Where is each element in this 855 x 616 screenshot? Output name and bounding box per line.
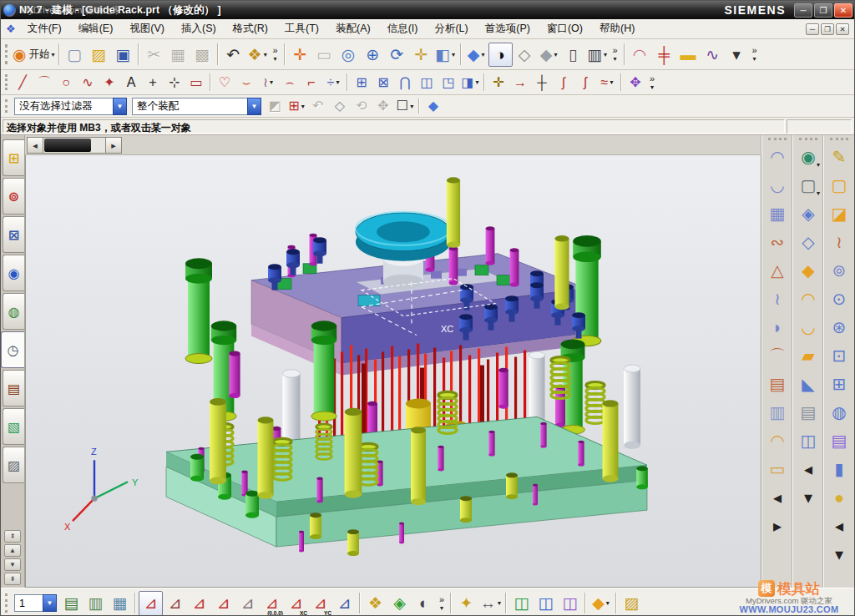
col-b-scroll-left-icon[interactable]: ◂ bbox=[795, 455, 822, 483]
show-hide-icon[interactable]: ◐ bbox=[412, 591, 436, 616]
sidebar-scroll-up-button[interactable]: ▲ bbox=[4, 544, 21, 557]
bridge-curve-icon[interactable]: ⌣ bbox=[235, 72, 257, 93]
synchronous-dropdown-icon[interactable]: ▾ bbox=[725, 43, 749, 67]
cross-curve-icon[interactable]: ┼ bbox=[531, 72, 553, 93]
edit-object-display-icon[interactable]: ◈ bbox=[387, 591, 412, 616]
trim-curve-icon[interactable]: ⌢ bbox=[279, 72, 301, 93]
datum-point-icon[interactable]: ✛ bbox=[488, 72, 509, 93]
selection-overflow-icon[interactable]: »▾ bbox=[436, 591, 448, 616]
menu-window[interactable]: 窗口(O) bbox=[539, 19, 591, 38]
datum-box-icon[interactable]: ▢ bbox=[826, 171, 852, 199]
wcs-save-icon[interactable]: ⊿ bbox=[332, 591, 357, 616]
zoom-loupe-icon[interactable]: ◎ bbox=[336, 43, 361, 67]
ruled-surface-icon[interactable]: ◠ bbox=[764, 143, 791, 171]
mold-insert-b-icon[interactable]: ◫ bbox=[534, 591, 558, 616]
block-feature-icon[interactable]: ◆ bbox=[795, 256, 822, 285]
paste-icon[interactable]: ▩ bbox=[190, 43, 215, 67]
rendering-style-icon[interactable]: ◑ bbox=[488, 43, 513, 67]
graphics-window[interactable]: XC Z Y X bbox=[25, 155, 761, 588]
sew-sheets-icon[interactable]: ▤ bbox=[826, 427, 852, 455]
extract-curve-icon[interactable]: ◳ bbox=[438, 72, 459, 93]
sketch-icon[interactable]: ✎ bbox=[826, 143, 852, 171]
properties-key-icon[interactable]: ✦ bbox=[454, 591, 478, 616]
sphere-feature-icon[interactable]: ● bbox=[826, 483, 852, 512]
isometric-orient-icon[interactable]: ◈ bbox=[795, 199, 822, 228]
sheet-flange-icon[interactable]: ◠ bbox=[795, 285, 822, 313]
web-browser-tab[interactable]: ◍ bbox=[3, 293, 24, 330]
col-a-scroll-right-icon[interactable]: ▸ bbox=[764, 512, 791, 540]
sheet-bend-icon[interactable]: ◡ bbox=[795, 313, 822, 341]
smooth-curve-icon[interactable]: ≈▾ bbox=[596, 72, 618, 93]
system-scenes-tab[interactable]: ▨ bbox=[3, 447, 24, 483]
work-layer-dropdown-icon[interactable]: ▼ bbox=[43, 594, 57, 612]
col-a-scroll-left-icon[interactable]: ◂ bbox=[764, 483, 791, 512]
orient-view-icon[interactable]: ◧▾ bbox=[433, 43, 458, 67]
bend-surface-icon[interactable]: ⌒ bbox=[764, 341, 791, 370]
menu-assemblies[interactable]: 装配(A) bbox=[327, 19, 379, 38]
project-curve-icon[interactable]: ⊞ bbox=[351, 72, 372, 93]
rotate-disabled-icon[interactable]: ⟲ bbox=[351, 96, 372, 116]
toolbar-drag-handle[interactable] bbox=[830, 138, 848, 142]
menu-analysis[interactable]: 分析(L) bbox=[426, 19, 476, 38]
pad-feature-icon[interactable]: ▰ bbox=[795, 341, 822, 370]
shaded-with-edges-icon[interactable]: ◆▾ bbox=[464, 43, 488, 67]
wcs-dynamics-icon[interactable]: ⊿ bbox=[139, 591, 163, 616]
wrap-curve-icon[interactable]: ◨▾ bbox=[459, 72, 481, 93]
rectangle-select-icon[interactable]: ☐▾ bbox=[394, 96, 416, 116]
scroll-right-icon[interactable]: ▸ bbox=[105, 137, 122, 154]
cylinder-feature-icon[interactable]: ▮ bbox=[826, 455, 852, 483]
sidebar-scroll-bottom-button[interactable]: ⇟ bbox=[4, 573, 21, 585]
move-object-icon[interactable]: ✥ bbox=[625, 72, 646, 93]
arc-icon[interactable]: ⌒ bbox=[33, 72, 55, 93]
point-set-icon[interactable]: ⊹ bbox=[164, 72, 185, 93]
snapshot-icon[interactable]: ◩ bbox=[264, 96, 286, 116]
col-b-scroll-down-icon[interactable]: ▾ bbox=[795, 483, 822, 512]
point-icon[interactable]: + bbox=[142, 72, 164, 93]
join-face-icon[interactable]: ◫ bbox=[795, 427, 822, 455]
toolbar-drag-handle[interactable] bbox=[799, 138, 817, 142]
sketch-constraints-icon[interactable]: ╪ bbox=[652, 43, 676, 67]
combined-projection-icon[interactable]: ⊠ bbox=[372, 72, 394, 93]
general-selection-filter-icon[interactable]: ⊞▾ bbox=[286, 96, 307, 116]
freeform-spline-icon[interactable]: ∿ bbox=[77, 72, 99, 93]
mdi-close-button[interactable]: ✕ bbox=[836, 23, 849, 35]
boss-feature-icon[interactable]: ⊛ bbox=[826, 313, 852, 341]
internet-explorer-tab[interactable]: ◉ bbox=[3, 255, 24, 291]
facet-style-icon[interactable]: ◆▾ bbox=[537, 43, 561, 67]
col-c-scroll-down-icon[interactable]: ▾ bbox=[826, 540, 852, 568]
menu-format[interactable]: 格式(R) bbox=[225, 19, 276, 38]
view-layout-icon[interactable]: ▯ bbox=[561, 43, 585, 67]
tube-icon[interactable]: ⊚ bbox=[826, 256, 852, 285]
visible-in-view-icon[interactable]: ▥ bbox=[83, 591, 108, 616]
selection-scope-combo[interactable]: 整个装配 ▼ bbox=[132, 98, 261, 115]
roles-tab[interactable]: ▧ bbox=[3, 408, 24, 445]
object-display-icon[interactable]: ❖ bbox=[363, 591, 387, 616]
undo-selection-icon[interactable]: ↶ bbox=[307, 96, 329, 116]
pan-view-icon[interactable]: ✛ bbox=[409, 43, 433, 67]
wcs-align-yc-icon[interactable]: ⊿YC bbox=[308, 591, 332, 616]
show-shape-icon[interactable]: ◉▾ bbox=[795, 143, 822, 171]
variational-sweep-icon[interactable]: △ bbox=[764, 256, 791, 285]
ribbon-builder-icon[interactable]: ▭ bbox=[764, 455, 791, 483]
mesh-surface-icon[interactable]: ▤ bbox=[795, 398, 822, 427]
wcs-set-origin-icon[interactable]: ⊿(0,0,0) bbox=[260, 591, 284, 616]
trim-corner-icon[interactable]: ⌐ bbox=[301, 72, 322, 93]
restore-button[interactable]: ❐ bbox=[814, 3, 832, 18]
scrollbar-track[interactable] bbox=[43, 137, 105, 154]
toolbar-drag-handle[interactable] bbox=[5, 44, 9, 64]
mdi-restore-button[interactable]: ❐ bbox=[821, 23, 834, 35]
zoom-window-icon[interactable]: ▭ bbox=[312, 43, 336, 67]
sidebar-scroll-down-button[interactable]: ▼ bbox=[4, 558, 21, 571]
unite-boolean-icon[interactable]: ◆▾ bbox=[589, 591, 613, 616]
scrollbar-thumb[interactable] bbox=[44, 139, 91, 152]
styled-sweep-icon[interactable]: ≀ bbox=[764, 285, 791, 313]
cut-icon[interactable]: ✂ bbox=[142, 43, 166, 67]
snap-surface-icon[interactable]: ◠ bbox=[628, 43, 652, 67]
offset-curve-icon[interactable]: ♡ bbox=[214, 72, 235, 93]
pocket-feature-icon[interactable]: ⊡ bbox=[826, 341, 852, 370]
hole-feature-icon[interactable]: ⊙ bbox=[826, 285, 852, 313]
studio-spline-icon[interactable]: ✦ bbox=[99, 72, 120, 93]
menu-view[interactable]: 视图(V) bbox=[121, 19, 173, 38]
highlight-shaded-icon[interactable]: ◇ bbox=[329, 96, 351, 116]
layer-settings-icon[interactable]: ▤ bbox=[59, 591, 83, 616]
